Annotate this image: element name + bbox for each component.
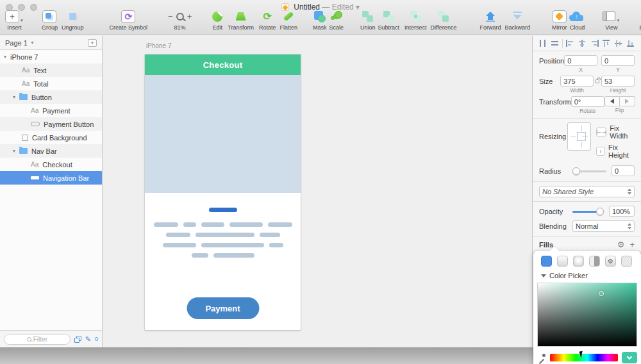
layer-row-payment[interactable]: Aa Payment [0,104,102,117]
scale-button[interactable]: Scale [329,9,344,31]
distribute-vertical-button[interactable] [550,39,560,47]
align-top-button[interactable] [602,39,612,47]
transform-button[interactable]: Transform [228,9,254,31]
cloud-button[interactable]: ↑ Cloud [569,9,585,31]
group-button[interactable]: Group [42,9,58,31]
pattern-fill-button[interactable]: ⚙ [605,256,616,267]
eyedropper-icon[interactable] [537,352,546,363]
radial-gradient-button[interactable] [573,256,584,267]
flatten-button[interactable]: Flatten [279,9,297,31]
group-icon [42,10,56,23]
disclosure-triangle-icon[interactable]: ▼ [12,95,17,99]
gear-icon[interactable]: ⚙ [617,240,625,249]
flip-horizontal-button[interactable] [604,96,620,106]
layer-row-iphone7[interactable]: ▼ iPhone 7 [0,50,102,63]
ungroup-button[interactable]: Ungroup [62,9,84,31]
radius-input[interactable]: 0 [612,165,635,176]
payment-button[interactable]: Payment [187,297,259,319]
intersect-button[interactable]: Intersect [404,9,427,31]
opacity-slider[interactable] [572,206,604,217]
zoom-out-button[interactable]: − [168,12,173,21]
view-icon [603,12,615,21]
y-sublabel: Y [616,67,620,73]
pencil-icon[interactable]: ✎ [85,335,91,343]
fix-width-toggle[interactable]: ⊢⊣ Fix Width [596,124,635,140]
align-middle-vertical-button[interactable] [614,39,624,47]
rotate-input[interactable]: 0° [571,96,604,107]
flip-vertical-button[interactable] [620,96,635,106]
card-background[interactable]: Payment [145,193,301,330]
rotate-button[interactable]: ⟳ Rotate [259,9,276,31]
zoom-in-button[interactable]: + [187,12,192,21]
mirror-button[interactable]: Mirror [552,9,567,31]
layer-label: Total [33,80,48,88]
x-sublabel: X [579,67,583,73]
color-cursor[interactable] [599,291,604,296]
page-list-toggle-button[interactable]: ▼ [88,39,97,47]
add-fill-button[interactable]: + [629,240,635,249]
radius-slider[interactable] [572,166,606,176]
layer-row-navbar-group[interactable]: ▼ Nav Bar [0,144,102,158]
backward-button[interactable]: Backward [504,9,530,31]
angular-gradient-button[interactable] [589,256,600,267]
shared-style-dropdown[interactable]: No Shared Style [539,186,635,197]
insert-button[interactable]: +▼ Insert [5,9,24,31]
position-x-input[interactable]: 0 [564,55,597,66]
linear-gradient-button[interactable] [557,256,568,267]
blending-dropdown[interactable]: Normal [572,220,635,232]
height-input[interactable]: 53 [601,76,635,87]
fix-width-icon: ⊢⊣ [596,128,606,136]
pages-panel-icon[interactable] [74,336,81,343]
position-y-input[interactable]: 0 [601,55,635,66]
layer-row-checkout[interactable]: Aa Checkout [0,158,102,171]
color-picker-toggle[interactable]: Color Picker [533,270,641,283]
align-left-button[interactable] [565,39,575,47]
distribute-horizontal-button[interactable] [538,39,547,47]
zoom-level[interactable]: 81% [174,24,186,31]
view-button[interactable]: ▼ View [603,9,620,31]
opacity-input[interactable]: 100% [609,206,635,217]
flatten-icon [283,12,294,22]
create-symbol-button[interactable]: ⟳ Create Symbol [110,9,148,31]
layer-row-card-background[interactable]: Card Background [0,131,102,144]
count-badge: 0 [95,336,98,342]
layer-row-navigation-bar[interactable]: Navigation Bar [0,171,102,185]
layer-row-text[interactable]: Aa Text [0,63,102,77]
filter-input[interactable]: Filter [4,334,71,345]
saturation-brightness-picker[interactable] [537,283,637,347]
noise-fill-button[interactable] [621,256,632,267]
pinning-widget[interactable] [567,122,591,151]
solid-fill-button[interactable] [541,256,552,267]
fix-height-toggle[interactable]: I Fix Height [596,144,635,159]
align-bottom-button[interactable] [626,39,636,47]
align-center-horizontal-button[interactable] [578,39,587,47]
forward-button[interactable]: Forward [479,9,501,31]
hue-slider[interactable] [550,354,618,361]
layer-row-button-group[interactable]: ▼ Button [0,90,102,104]
disclosure-triangle-icon[interactable]: ▼ [12,149,17,153]
layer-row-total[interactable]: Aa Total [0,77,102,90]
mask-button[interactable]: Mask [313,9,327,31]
difference-button[interactable]: Difference [431,9,457,31]
rect-layer-icon [22,135,28,141]
subtract-button[interactable]: Subtract [378,9,399,31]
resizing-label: Resizing [539,122,567,140]
checkout-navbar[interactable]: Checkout [145,54,301,75]
disclosure-triangle-icon[interactable]: ▼ [3,54,8,59]
edit-button[interactable]: Edit [212,9,222,31]
layer-row-payment-button[interactable]: Payment Button [0,117,102,131]
artboard-name[interactable]: iPhone 7 [146,42,171,49]
confirm-color-button[interactable] [622,352,637,363]
page-selector[interactable]: Page 1 ▼ ▼ [0,36,102,50]
toolbar-buttons: +▼ Insert Group Ungroup ⟳ Create Symbol … [0,9,641,31]
canvas[interactable]: iPhone 7 Checkout [103,36,532,347]
align-right-button[interactable] [590,39,599,47]
transform-label: Transform [539,96,571,106]
union-button[interactable]: Union [360,9,376,31]
hero-background[interactable] [145,75,301,193]
artboard-iphone7[interactable]: Checkout [145,54,301,330]
move-forward-icon [486,12,495,22]
width-input[interactable]: 375 [560,76,594,87]
lock-icon[interactable] [595,79,599,83]
difference-icon [438,11,449,22]
